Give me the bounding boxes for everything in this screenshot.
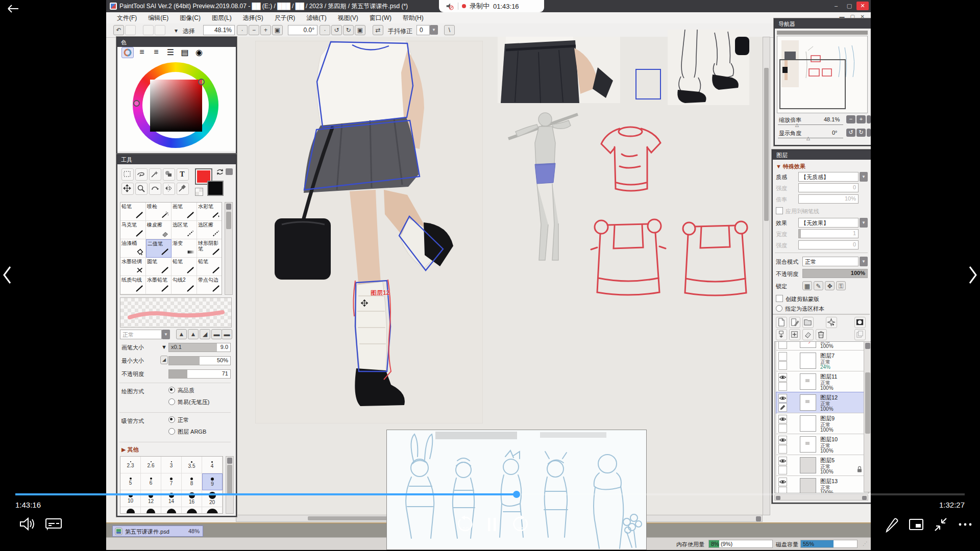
nav-zoom-in-button[interactable]: +	[856, 115, 866, 123]
menu-item-2[interactable]: 编辑(E)	[142, 12, 174, 24]
flip-tool[interactable]	[163, 183, 175, 195]
layer-extra-toggle[interactable]	[778, 487, 787, 493]
zoom-fit-button[interactable]: ▣	[272, 25, 283, 35]
select-menu-caret[interactable]: ▾	[175, 27, 178, 34]
transparent-color-swatch[interactable]	[195, 188, 203, 196]
layers-panel-title[interactable]: 图层	[773, 151, 871, 160]
brush-勾线2[interactable]: 勾线2	[172, 276, 197, 294]
muted-speaker-icon[interactable]	[445, 2, 454, 11]
menu-item-8[interactable]: 视图(V)	[332, 12, 364, 24]
size-16[interactable]: 16	[182, 490, 202, 507]
paint-mode-radio-2[interactable]	[168, 398, 175, 405]
brush-渐变[interactable]: 渐变	[172, 239, 197, 258]
clear-layer-button[interactable]	[802, 329, 814, 340]
rgb-sliders-tab[interactable]: ≡	[136, 47, 148, 58]
lock-paint-button[interactable]: ✎	[814, 281, 823, 290]
size-9[interactable]: 9	[202, 473, 223, 490]
effect-caret[interactable]: ▼	[860, 218, 868, 228]
red-tshirt-sketch[interactable]	[596, 123, 665, 204]
reference-mannequin[interactable]	[505, 107, 582, 268]
menu-item-1[interactable]: 文件(F)	[111, 12, 142, 24]
layer-extra-toggle[interactable]	[778, 466, 787, 474]
hue-marker[interactable]	[133, 100, 140, 107]
brush-画笔[interactable]: 画笔	[172, 203, 197, 221]
blue-rectangle-sketch[interactable]	[635, 69, 661, 99]
brush-shape-4[interactable]: ▬	[211, 329, 222, 339]
menu-item-9[interactable]: 窗口(W)	[364, 12, 397, 24]
menu-item-7[interactable]: 滤镜(T)	[301, 12, 332, 24]
undo-button[interactable]: ↶	[113, 25, 124, 35]
size-7[interactable]: 7	[161, 473, 182, 490]
canvas-vertical-scrollbar[interactable]	[763, 37, 770, 515]
new-layer-button[interactable]	[776, 317, 787, 328]
new-linework-layer-button[interactable]	[789, 317, 800, 328]
layer-mask-button[interactable]	[854, 317, 866, 328]
red-jacket-sketch-2[interactable]	[679, 218, 753, 301]
size-6[interactable]: 6	[141, 473, 161, 490]
lock-all-button[interactable]: ⚿	[836, 281, 846, 290]
resize-grip[interactable]: ⋰	[863, 541, 868, 546]
red-jacket-sketch-1[interactable]	[590, 217, 667, 301]
hsv-sliders-tab[interactable]: ≡	[150, 47, 162, 58]
layer-visibility-toggle[interactable]	[778, 394, 787, 403]
apply-pen-checkbox[interactable]	[776, 207, 783, 214]
navigator-title[interactable]: 导航器	[775, 19, 871, 29]
special-effects-header[interactable]: ▼ 特殊效果	[776, 163, 805, 170]
progress-knob[interactable]	[513, 491, 520, 498]
saturation-value-box[interactable]	[150, 80, 202, 132]
scratchpad-tab[interactable]: ▤	[179, 47, 191, 58]
nav-angle-reset-button[interactable]	[867, 129, 871, 137]
flip-canvas-button[interactable]: ⇄	[373, 25, 383, 35]
brush-球形阴影笔[interactable]: 球形阴影笔	[197, 239, 222, 258]
reference-sketch-legs[interactable]	[668, 30, 749, 105]
background-color-swatch[interactable]	[207, 181, 224, 196]
size-3[interactable]: 3	[161, 457, 182, 473]
lasso-tool[interactable]	[135, 168, 148, 181]
size-grid-scrollbar[interactable]	[226, 456, 234, 514]
min-size-slider[interactable]: 50%	[168, 356, 231, 365]
nav-zoom-out-button[interactable]: −	[846, 115, 855, 123]
color-wheel-tab[interactable]	[121, 47, 134, 58]
menu-item-10[interactable]: 帮助(H)	[397, 12, 429, 24]
swatches-tab[interactable]: ◉	[193, 47, 205, 58]
progress-bar[interactable]	[15, 493, 965, 495]
magic-wand-tool[interactable]	[149, 168, 161, 181]
layer-extra-toggle[interactable]	[778, 382, 787, 391]
zoom-out-button[interactable]: −	[249, 25, 259, 35]
close-button[interactable]: ✕	[856, 2, 869, 10]
layer-effect-button[interactable]	[826, 317, 837, 328]
layer-visibility-toggle[interactable]	[778, 478, 787, 486]
layer-extra-toggle[interactable]	[778, 445, 787, 454]
size-2.6[interactable]: 2.6	[141, 457, 161, 473]
zoom-field[interactable]: 48.1%	[203, 25, 235, 35]
size-14[interactable]: 14	[161, 490, 182, 507]
brush-纸质勾线[interactable]: 纸质勾线	[120, 276, 146, 294]
brush-铅笔[interactable]: 铅笔	[172, 258, 197, 276]
rotate-ccw-button[interactable]: ↺	[331, 25, 342, 35]
clipping-mask-checkbox[interactable]	[776, 295, 783, 302]
mixer-tab[interactable]: ☰	[164, 47, 177, 58]
selection-sample-radio[interactable]	[776, 305, 782, 312]
nav-zoom-reset-button[interactable]	[867, 115, 871, 123]
size-25[interactable]: 25	[120, 507, 141, 514]
reference-photo-main[interactable]: 图层12	[255, 41, 483, 423]
layer-visibility-toggle[interactable]	[778, 457, 787, 465]
brush-grid-scrollbar[interactable]	[225, 202, 233, 295]
pick-mode-option-2[interactable]: 图层 ARGB	[168, 428, 206, 440]
brush-opacity-slider[interactable]: 71	[168, 369, 231, 379]
size-35[interactable]: 35	[161, 507, 182, 514]
angle-reset-button[interactable]: ·	[320, 25, 330, 35]
next-video-chevron[interactable]	[967, 265, 978, 285]
copy-layer-button[interactable]	[854, 329, 866, 340]
minimize-button[interactable]: –	[830, 2, 842, 10]
nav-rotate-cw-button[interactable]: ↻	[856, 129, 866, 137]
brush-选区擦[interactable]: 选区擦	[197, 221, 222, 239]
brush-铅笔[interactable]: 铅笔	[197, 258, 222, 276]
brush-blend-caret[interactable]: ▼	[162, 330, 170, 339]
texture-dropdown[interactable]: 【无质感】	[798, 172, 859, 182]
merge-down-button[interactable]	[789, 329, 800, 340]
size-10[interactable]: 10	[120, 490, 141, 507]
paint-mode-radio-1[interactable]	[168, 387, 175, 393]
layer-extra-toggle[interactable]	[778, 361, 787, 370]
min-size-link-button[interactable]: ◢	[160, 356, 168, 364]
